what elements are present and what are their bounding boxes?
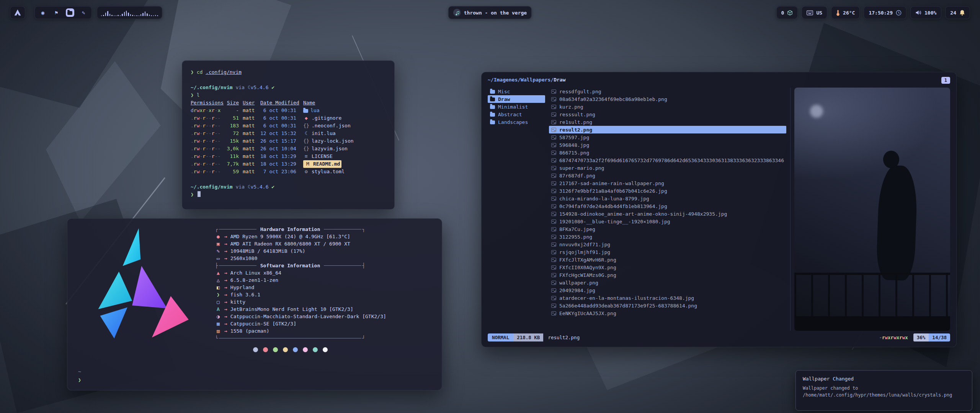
border-corner: ┘: [362, 335, 365, 342]
arrow-icon: →: [224, 306, 227, 313]
file-item[interactable]: 596848.jpg: [549, 141, 786, 149]
palette-dot: [313, 347, 318, 352]
file-item[interactable]: 8FKa7Cu.jpeg: [549, 225, 786, 233]
file-item[interactable]: 587597.jpg: [549, 133, 786, 141]
file-item[interactable]: FXfcHgcWIAMzs0G.png: [549, 271, 786, 279]
text-cursor[interactable]: [198, 191, 201, 197]
directory-item[interactable]: Minimalist: [488, 103, 545, 111]
file-item[interactable]: 5a266e448add93deab367d87173e9f25-6837886…: [549, 302, 786, 309]
file-item[interactable]: rsjqojlmjhf91.jpg: [549, 248, 786, 256]
file-item[interactable]: resssult.png: [549, 111, 786, 118]
file-item[interactable]: result2.png: [549, 126, 786, 133]
box-footer: └┘: [215, 335, 365, 342]
music-note-icon: [453, 9, 461, 16]
file-item[interactable]: 20492984.jpg: [549, 286, 786, 294]
notification-popup[interactable]: Wallpaper Changed Wallpaper changed to /…: [795, 370, 972, 411]
file-name: stylua.toml: [312, 168, 345, 176]
file-item[interactable]: 68747470733a2f2f696d616765732d7769786d64…: [549, 156, 786, 164]
command-arg: .config/nvim: [206, 69, 242, 75]
border-corner: └: [215, 335, 218, 342]
prompt-path: ~/.config/nvim: [191, 85, 233, 90]
file-item[interactable]: 217167-sad-anime-rain-wallpaper.png: [549, 179, 786, 187]
info-row: A→JetBrainsMono Nerd Font Light 10 [GTK2…: [215, 306, 365, 313]
palette-dot: [303, 347, 308, 352]
fetch-window[interactable]: ┌Hardware Information┐ ●→AMD Ryzen 9 590…: [67, 218, 442, 390]
os-icon: ▲: [215, 269, 221, 276]
temperature-widget[interactable]: 26°C: [831, 6, 860, 19]
visualizer-bar: [105, 13, 106, 16]
keyboard-layout-widget[interactable]: US: [802, 6, 827, 19]
file-item[interactable]: FXfcII0X0AQyn9X.png: [549, 263, 786, 271]
file-item[interactable]: 3126f7e9bbf21a8a4af0b67b041c6e26.jpg: [549, 187, 786, 195]
volume-value: 100%: [924, 10, 936, 16]
ls-header-row: Permissions Size User Date Modified Name: [191, 99, 386, 107]
workspace-button-4[interactable]: ✎: [79, 8, 88, 17]
workspace-button-3[interactable]: [66, 8, 74, 17]
palette-dot: [323, 347, 328, 352]
file-item[interactable]: re1sult.png: [549, 118, 786, 126]
file-name: .neoconf.json: [312, 122, 351, 130]
hardware-section-header: ┌Hardware Information┐: [215, 226, 365, 233]
file-item[interactable]: wallpaper.png: [549, 279, 786, 286]
directory-item[interactable]: Landscapes: [488, 118, 545, 126]
workspace-button-2[interactable]: ⚑: [52, 8, 60, 17]
arrow-icon: →: [224, 276, 227, 284]
file-manager-header: ~/Imagenes/Wallpapers/Draw 1: [488, 77, 950, 88]
notifications-widget[interactable]: 24: [945, 6, 970, 19]
clock-widget[interactable]: 17:50:29: [864, 6, 906, 19]
workspace-button-1[interactable]: ◉: [39, 8, 47, 17]
audio-visualizer[interactable]: [97, 6, 162, 19]
prompt-via: via: [235, 184, 244, 190]
file-item[interactable]: 08a634fa02a32364f69ebc86a98eb1eb.png: [549, 95, 786, 103]
braces-icon: {}: [303, 145, 309, 153]
image-icon: [551, 258, 556, 262]
file-item[interactable]: ressdfgult.png: [549, 88, 786, 95]
tab-badge[interactable]: 1: [941, 77, 950, 84]
directory-item[interactable]: Misc: [488, 88, 545, 95]
visualizer-bar: [134, 15, 135, 16]
hardware-rows: ●→AMD Ryzen 9 5900X (24) @ 4.9GHz [61.3°…: [215, 233, 365, 262]
folder-icon: [490, 98, 495, 101]
directory-item[interactable]: Draw: [488, 95, 545, 103]
volume-widget[interactable]: 100%: [910, 6, 941, 19]
file-item[interactable]: 154928-odinokoe_anime-art-anime-okno-sin…: [549, 210, 786, 218]
file-item[interactable]: 19201080-__blue-tinge__-1920×1080.jpg: [549, 218, 786, 225]
file-item[interactable]: 3122955.png: [549, 233, 786, 241]
file-item[interactable]: nnvuv0xj2df71.jpg: [549, 241, 786, 248]
file-manager-window[interactable]: ~/Imagenes/Wallpapers/Draw 1 MiscDrawMin…: [481, 72, 957, 347]
file-item[interactable]: EeNKYgIUcAAJ5JX.png: [549, 309, 786, 317]
file-item[interactable]: 866715.png: [549, 149, 786, 156]
image-icon: [551, 135, 556, 140]
media-widget[interactable]: thrown - on the verge: [448, 6, 532, 19]
image-icon: [551, 174, 556, 178]
file-item[interactable]: chica-mirando-la-luna-8799.jpg: [549, 195, 786, 202]
selected-filename: result2.png: [548, 335, 580, 340]
temperature-value: 26°C: [843, 10, 855, 16]
file-item[interactable]: 0c794faf07de24a4db4d4fb1eb813964.jpg: [549, 202, 786, 210]
terminal-window[interactable]: ❯ cd .config/nvim ~/.config/nvim via ☾v5…: [182, 60, 395, 210]
folder-icon: [490, 105, 495, 109]
image-icon: [551, 242, 556, 247]
directory-list: MiscDrawMinimalistAbstractLandscapes: [488, 88, 545, 331]
fetch-shell-prompt: ~ ❯: [78, 368, 81, 385]
file-item[interactable]: kurz.png: [549, 103, 786, 111]
arrow-icon: →: [224, 284, 227, 291]
ls-header-user: User: [243, 99, 260, 107]
file-item[interactable]: atardecer-en-la-montanas-ilustracion-634…: [549, 294, 786, 302]
arrow-icon: →: [224, 313, 227, 320]
directory-item[interactable]: Abstract: [488, 111, 545, 118]
visualizer-bar: [124, 12, 125, 16]
launcher-button[interactable]: [10, 6, 25, 19]
updates-widget[interactable]: 0: [776, 6, 798, 19]
visualizer-bar: [140, 14, 141, 16]
file-item[interactable]: FXfcJlTXgAMvH6R.png: [549, 256, 786, 263]
image-icon: [551, 158, 556, 163]
file-item[interactable]: super-mario.png: [549, 164, 786, 172]
image-icon: [551, 281, 556, 285]
file-entry: .rw-r--r--51matt 6 oct 00:31◆.gitignore: [191, 114, 386, 122]
file-item[interactable]: 87r687df.png: [549, 172, 786, 179]
file-name: LICENSE: [312, 153, 333, 160]
image-icon: [551, 197, 556, 201]
wm-icon: ◧: [215, 284, 221, 291]
software-rows: ▲→Arch Linux x86_64△→6.5.8-zen1-1-zen◧→H…: [215, 269, 365, 335]
